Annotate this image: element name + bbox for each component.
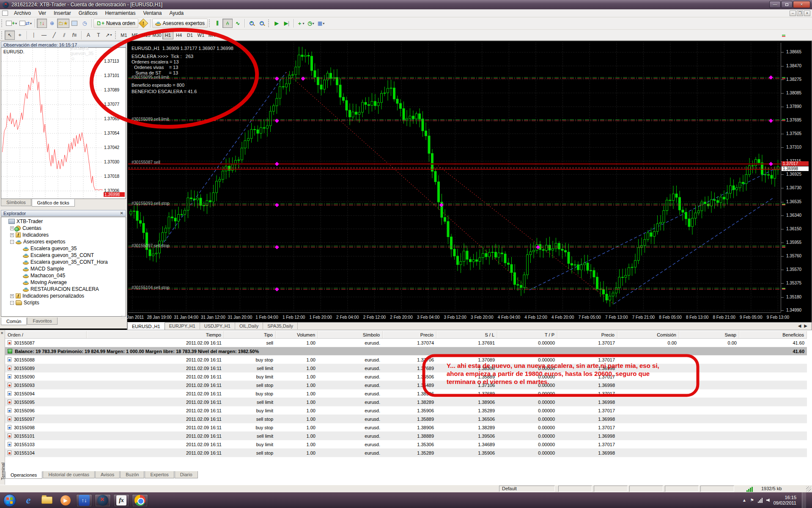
- auto-scroll-button[interactable]: ▶: [272, 19, 282, 28]
- taskbar-clock[interactable]: 16:15 09/02/2011: [774, 495, 796, 506]
- tray-expand-icon[interactable]: ▲: [742, 498, 746, 502]
- file-explorer-icon[interactable]: [39, 494, 55, 507]
- tree-expander[interactable]: -: [10, 240, 14, 244]
- tab-favoritos[interactable]: Favoritos: [27, 318, 57, 325]
- tree-item-scripts[interactable]: -Scripts: [1, 299, 126, 306]
- order-row-30155098[interactable]: 301550982011.02.09 16:11buy stop1.00euru…: [5, 423, 807, 432]
- chart-shift-button[interactable]: ▶|: [282, 19, 292, 28]
- column-header-t-p[interactable]: T / P: [497, 331, 557, 338]
- start-button[interactable]: [2, 494, 18, 507]
- order-row-30155090[interactable]: 301550902011.02.09 16:11buy limit1.00eur…: [5, 373, 807, 381]
- new-chart-button[interactable]: +▾: [5, 19, 18, 28]
- timeframe-m30[interactable]: M30: [151, 31, 162, 39]
- toolbar-grip[interactable]: [268, 19, 270, 27]
- minimize-button[interactable]: —: [769, 1, 781, 8]
- timeframe-m1[interactable]: M1: [118, 31, 129, 39]
- crosshair-tool[interactable]: ＋: [15, 30, 25, 40]
- order-row-30155094[interactable]: 301550942011.02.09 16:11buy stop1.00euru…: [5, 389, 807, 398]
- column-header-swap[interactable]: Swap: [679, 331, 739, 338]
- chart-tab-oil-daily[interactable]: OIL,Daily: [235, 323, 263, 329]
- text-label-tool[interactable]: T: [93, 30, 104, 40]
- menu-ver[interactable]: Ver: [35, 10, 50, 17]
- column-header-beneficios[interactable]: Beneficios: [739, 331, 807, 338]
- toolbar-grip[interactable]: [1, 19, 3, 27]
- terminal-tab-historial-de-cuentas[interactable]: Historial de cuentas: [43, 471, 95, 478]
- menu-archivo[interactable]: Archivo: [10, 10, 35, 17]
- data-window-button[interactable]: ⊕: [47, 19, 57, 28]
- navigator-button[interactable]: 🗀★: [57, 19, 69, 28]
- tree-item-indicadores-personalizados[interactable]: +fIndicadores personalizados: [1, 293, 126, 299]
- zoom-out-button[interactable]: −: [257, 19, 267, 28]
- tree-expander[interactable]: +: [10, 233, 14, 237]
- pinned-app-icon[interactable]: ↑↓: [76, 494, 92, 507]
- menu-ventana[interactable]: Ventana: [139, 10, 165, 17]
- child-minimize-button[interactable]: –: [790, 11, 796, 16]
- timeframe-h1[interactable]: H1: [162, 31, 173, 39]
- tree-item-moving-average[interactable]: Moving Average: [1, 279, 126, 286]
- tree-item-asesores-expertos[interactable]: -Asesores expertos: [1, 238, 126, 245]
- order-row-30155089[interactable]: 301550892011.02.09 16:11sell limit1.00eu…: [5, 364, 807, 373]
- network-icon[interactable]: [758, 498, 763, 503]
- strategy-tester-button[interactable]: ◷: [80, 19, 90, 28]
- tree-item-xtb-trader[interactable]: XTB-Trader: [1, 218, 126, 225]
- tree-item-restauracion-escalera[interactable]: RESTAURACION ESCALERA: [1, 286, 126, 293]
- market-watch-button[interactable]: ↑↓: [37, 19, 47, 28]
- order-row-30155093[interactable]: 301550932011.02.09 16:11sell stop1.00eur…: [5, 381, 807, 389]
- line-chart-button[interactable]: ∿: [233, 19, 243, 28]
- terminal-panel-button[interactable]: [69, 19, 80, 28]
- toolbar-grip[interactable]: [209, 19, 211, 27]
- toolbar-grip[interactable]: [1, 31, 3, 39]
- timeframe-w1[interactable]: W1: [195, 31, 206, 39]
- menu-gráficos[interactable]: Gráficos: [75, 10, 102, 17]
- templates-button[interactable]: ▦▾: [316, 19, 326, 28]
- tree-item-escalera-guevon-35-cont[interactable]: Escalera guevon_35_CONT: [1, 252, 126, 259]
- timeframe-d1[interactable]: D1: [184, 31, 195, 39]
- timeframe-h4[interactable]: H4: [173, 31, 184, 39]
- terminal-tab-avisos[interactable]: Avisos: [95, 471, 120, 478]
- chart-tab-eurjpy-h1[interactable]: EURJPY.,H1: [165, 323, 200, 329]
- terminal-tab-buz-n[interactable]: Buzón: [120, 471, 144, 478]
- column-header-s-mbolo[interactable]: Símbolo: [318, 331, 383, 338]
- cursor-tool[interactable]: ↖: [5, 30, 15, 40]
- column-header-comisi-n[interactable]: Comisión: [617, 331, 679, 338]
- text-tool[interactable]: A: [83, 30, 93, 40]
- child-restore-button[interactable]: ❒: [797, 11, 803, 16]
- menu-herramientas[interactable]: Herramientas: [101, 10, 139, 17]
- order-row-30155104[interactable]: 301551042011.02.09 16:11sell stop1.00eur…: [5, 449, 807, 457]
- column-header-precio[interactable]: Precio: [383, 331, 436, 338]
- terminal-tab-diario[interactable]: Diario: [175, 471, 198, 478]
- chart-tab-spa35-daily[interactable]: SPA35,Daily: [263, 323, 298, 329]
- tree-item-cuentas[interactable]: +Cuentas: [1, 225, 126, 232]
- chart-tab-eurusd-h1[interactable]: EURUSD.,H1: [127, 322, 165, 330]
- order-row-30155087[interactable]: 301550872011.02.09 16:11sell1.00eurusd.1…: [5, 339, 807, 347]
- profile-selector[interactable]: Default: [499, 486, 555, 492]
- time-axis[interactable]: 28 Jan 201128 Jan 19:0031 Jan 04:0031 Ja…: [128, 312, 781, 321]
- close-button[interactable]: ×: [793, 1, 810, 8]
- fibonacci-tool[interactable]: f≡: [69, 30, 80, 40]
- periods-button[interactable]: ◷▾: [306, 19, 316, 28]
- tree-expander[interactable]: -: [10, 301, 14, 305]
- terminal-tab-operaciones[interactable]: Operaciones: [5, 471, 42, 479]
- alert-icon[interactable]: !: [138, 19, 148, 28]
- metatrader-taskbar-icon[interactable]: ×: [95, 494, 111, 507]
- tree-item-escalera-guevon-35-cont-hora[interactable]: Escalera guevon_35_CONT_Hora: [1, 259, 126, 265]
- volume-icon[interactable]: [766, 499, 770, 502]
- show-desktop-button[interactable]: [802, 492, 806, 508]
- vertical-line-tool[interactable]: ｜: [29, 30, 39, 40]
- timeframe-m5[interactable]: M5: [129, 31, 140, 39]
- expert-advisors-button[interactable]: Asesores expertos: [152, 19, 208, 28]
- column-header-tipo[interactable]: Tipo: [224, 331, 276, 338]
- terminal-close-icon[interactable]: ✕: [0, 331, 4, 335]
- chart-window[interactable]: EURUSD.,H1 1.36909 1.37177 1.36907 1.369…: [127, 41, 812, 330]
- order-row-30155097[interactable]: 301550972011.02.09 16:11sell stop1.00eur…: [5, 415, 807, 423]
- child-close-button[interactable]: ×: [804, 11, 810, 16]
- trendline-tool[interactable]: ╱: [49, 30, 59, 40]
- resize-grip[interactable]: [806, 486, 811, 491]
- action-center-flag-icon[interactable]: ⚑: [750, 498, 754, 502]
- order-row-30155095[interactable]: 301550952011.02.09 16:11sell limit1.00eu…: [5, 398, 807, 406]
- candlestick-chart-button[interactable]: ⑃: [222, 19, 233, 28]
- column-header-orden-[interactable]: Orden /: [5, 331, 87, 338]
- menu-insertar[interactable]: Insertar: [50, 10, 75, 17]
- channel-tool[interactable]: ⫽: [59, 30, 69, 40]
- price-axis[interactable]: 1.37017 1.36998 1.386651.384701.382751.3…: [781, 43, 812, 312]
